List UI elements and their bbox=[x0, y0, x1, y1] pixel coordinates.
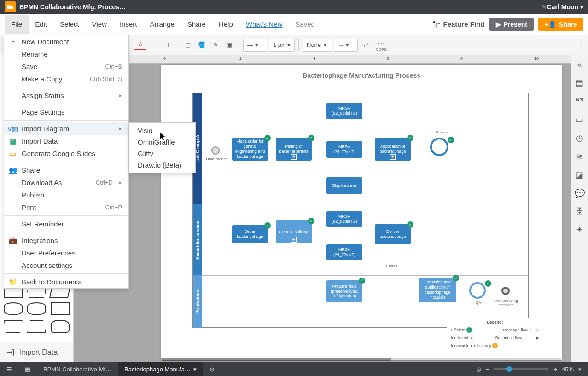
arrow-end-select[interactable]: → ▾ bbox=[334, 39, 358, 52]
magic-icon[interactable]: ✦ bbox=[576, 225, 583, 235]
dd-new-document[interactable]: ＋New Document bbox=[4, 35, 128, 48]
dd-save[interactable]: SaveCtrl+S bbox=[4, 60, 128, 73]
dd-publish[interactable]: Publish bbox=[4, 189, 128, 201]
shape-opts-icon[interactable]: ▣ bbox=[223, 39, 235, 51]
text-color-icon[interactable]: A bbox=[134, 40, 146, 50]
text-tool-icon[interactable]: T bbox=[162, 39, 174, 51]
zoom-slider[interactable] bbox=[494, 368, 549, 370]
arrow-start-select[interactable]: None ▾ bbox=[303, 39, 332, 52]
menu-select[interactable]: Select bbox=[53, 15, 86, 34]
layers-icon[interactable]: ≋ bbox=[576, 151, 583, 162]
shape-option[interactable] bbox=[27, 320, 46, 333]
zoom-label[interactable]: 45% bbox=[562, 366, 574, 373]
share-button[interactable]: +👤Share bbox=[538, 18, 583, 31]
task-extraction[interactable]: Extraction and purification of bacteriop… bbox=[419, 278, 456, 302]
line-color-icon[interactable]: ✎ bbox=[210, 39, 221, 51]
bpmn-pool[interactable]: Lab Group A Scientific services Producti… bbox=[192, 93, 529, 328]
dd-user-prefs[interactable]: User Preferences bbox=[4, 247, 128, 259]
end-event[interactable] bbox=[501, 287, 510, 295]
task-place-order[interactable]: Place order for genetic engineering and … bbox=[232, 138, 268, 161]
user-menu[interactable]: Carl Moon ▾ bbox=[547, 3, 583, 11]
expand-icon[interactable]: + bbox=[291, 237, 297, 243]
task-mrsa-2[interactable]: MRSA (76_77insT) bbox=[326, 141, 362, 158]
more-button[interactable]: ⋯MORE bbox=[375, 39, 387, 51]
dd-share[interactable]: 👥Share bbox=[4, 164, 128, 176]
feature-find[interactable]: 🔭Feature Find bbox=[432, 20, 485, 29]
task-mrsa-4[interactable]: MRSA (76_77insT) bbox=[326, 244, 362, 260]
dd-gen-slides[interactable]: ▭Generate Google Slides bbox=[4, 147, 128, 160]
target-icon[interactable]: ◎ bbox=[476, 366, 481, 373]
tab-bacteriophage[interactable]: Bacteriophage Manufa… ▾ bbox=[118, 362, 203, 376]
shape-option[interactable] bbox=[51, 320, 70, 333]
sm-omnigraffle[interactable]: OmniGraffle bbox=[129, 136, 195, 148]
tab-bpmn[interactable]: BPMN Collaborative Mf… bbox=[37, 362, 118, 376]
dd-assign-status[interactable]: Assign Status▸ bbox=[4, 89, 128, 102]
shape-option[interactable] bbox=[51, 302, 70, 315]
menu-insert[interactable]: Insert bbox=[113, 15, 144, 34]
task-prepare-vials[interactable]: Prepare vials (preservatives, refrigerat… bbox=[326, 280, 362, 302]
slides-icon[interactable]: ▭ bbox=[576, 115, 583, 125]
menu-arrange[interactable]: Arrange bbox=[144, 15, 181, 34]
task-mrsa-3[interactable]: MRSA (82_83delTG) bbox=[326, 211, 362, 227]
menu-whats-new[interactable]: What's New bbox=[239, 15, 289, 34]
shape-option[interactable] bbox=[27, 302, 46, 315]
dd-back[interactable]: 📁Back to Documents bbox=[4, 276, 128, 288]
bucket-icon[interactable]: 🪣 bbox=[196, 39, 208, 51]
stroke-select[interactable]: 1 px ▾ bbox=[269, 39, 295, 52]
h-scrollbar[interactable] bbox=[161, 358, 561, 361]
import-data-button[interactable]: ➡] Import Data bbox=[0, 342, 73, 362]
view-grid-icon[interactable]: ▦ bbox=[18, 362, 37, 376]
canvas[interactable]: 0 2 4 6 8 10 Bacteriophage Manufacturing… bbox=[74, 55, 571, 362]
folder-icon[interactable] bbox=[5, 1, 16, 12]
history-icon[interactable]: ◷ bbox=[576, 133, 583, 143]
dd-make-copy[interactable]: Make a Copy…Ctrl+Shift+S bbox=[4, 73, 128, 85]
line-style-select[interactable]: — ▾ bbox=[243, 39, 267, 52]
task-order-bact[interactable]: Order bacteriophage✓ bbox=[232, 225, 268, 243]
menu-share[interactable]: Share bbox=[181, 15, 212, 34]
task-plating[interactable]: Plating of bacterial strains✓+ bbox=[276, 138, 312, 161]
lane-header-b[interactable]: Scientific services bbox=[193, 204, 202, 275]
sm-gliffy[interactable]: Gliffy bbox=[129, 148, 195, 159]
task-mrsa-1[interactable]: MRSA (82_83delTG) bbox=[326, 103, 362, 119]
chevron-down-icon[interactable]: ▾ bbox=[193, 366, 197, 373]
menu-edit[interactable]: Edit bbox=[29, 15, 53, 34]
sm-drawio[interactable]: Draw.io (Beta) bbox=[129, 159, 195, 171]
expand-icon[interactable]: + bbox=[291, 154, 297, 160]
dd-integrations[interactable]: 💼Integrations bbox=[4, 234, 128, 247]
add-tab-button[interactable]: ⊕ bbox=[203, 362, 221, 376]
view-list-icon[interactable]: ☰ bbox=[0, 362, 18, 376]
shape-option[interactable] bbox=[4, 302, 23, 315]
rename-icon[interactable]: ✎ bbox=[541, 3, 547, 11]
dd-download-as[interactable]: Download AsCtrl+D▸ bbox=[4, 176, 128, 189]
dd-import-diagram[interactable]: V▦Import Diagram▸ bbox=[4, 122, 128, 135]
intermediate-event[interactable]: ✓ bbox=[430, 138, 448, 156]
zoom-out-button[interactable]: − bbox=[486, 366, 489, 373]
data-icon[interactable]: ◪ bbox=[576, 170, 583, 180]
task-application[interactable]: Application of bacteriophage✓+ bbox=[375, 138, 411, 161]
shape-option[interactable] bbox=[4, 320, 23, 333]
collapse-icon[interactable]: « bbox=[577, 60, 582, 69]
present-button[interactable]: ▶Present bbox=[489, 18, 534, 31]
start-event[interactable] bbox=[211, 146, 220, 155]
fullscreen-icon[interactable]: ⛶ bbox=[572, 39, 584, 51]
chevron-down-icon[interactable]: ▾ bbox=[578, 366, 582, 373]
dd-import-data[interactable]: ▦Import Data bbox=[4, 135, 128, 147]
task-deliver[interactable]: Deliver bacteriophage✓ bbox=[375, 224, 411, 244]
menu-help[interactable]: Help bbox=[212, 15, 239, 34]
dd-set-reminder[interactable]: Set Reminder bbox=[4, 218, 128, 230]
doc-title[interactable]: BPMN Collaborative Mfg. Proces… bbox=[19, 3, 537, 11]
expand-icon[interactable]: + bbox=[435, 296, 440, 301]
align-icon[interactable]: ≡ bbox=[148, 39, 160, 51]
dd-print[interactable]: PrintCtrl+P bbox=[4, 201, 128, 214]
swap-icon[interactable]: ⇄ bbox=[360, 39, 372, 51]
dd-page-settings[interactable]: Page Settings bbox=[4, 106, 128, 118]
fill-icon[interactable]: ▢ bbox=[182, 39, 194, 51]
h-scroll-thumb[interactable] bbox=[161, 358, 391, 361]
lane-header-c[interactable]: Production bbox=[193, 275, 202, 328]
task-genetic-splicing[interactable]: Genetic splicing✓+ bbox=[276, 220, 312, 243]
qa-event[interactable]: ✓ bbox=[469, 282, 486, 299]
menu-view[interactable]: View bbox=[86, 15, 113, 34]
task-staph[interactable]: Staph aureus bbox=[326, 177, 362, 194]
menu-file[interactable]: File bbox=[5, 15, 29, 34]
expand-icon[interactable]: + bbox=[390, 154, 396, 160]
